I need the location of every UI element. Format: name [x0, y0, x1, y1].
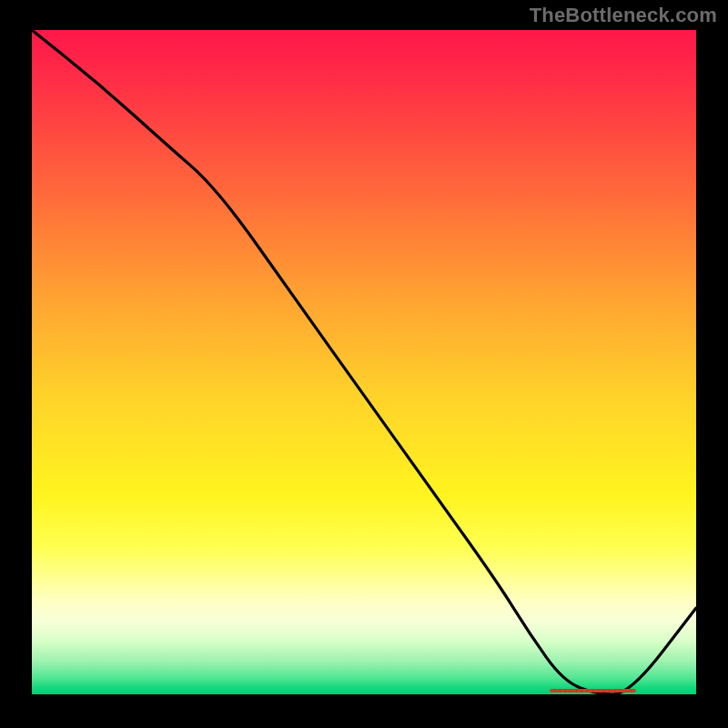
bottleneck-curve	[32, 30, 696, 694]
chart-frame: TheBottleneck.com	[0, 0, 728, 728]
plot-area	[32, 30, 696, 694]
optimal-range-marker	[550, 689, 636, 693]
watermark-text: TheBottleneck.com	[530, 4, 717, 27]
